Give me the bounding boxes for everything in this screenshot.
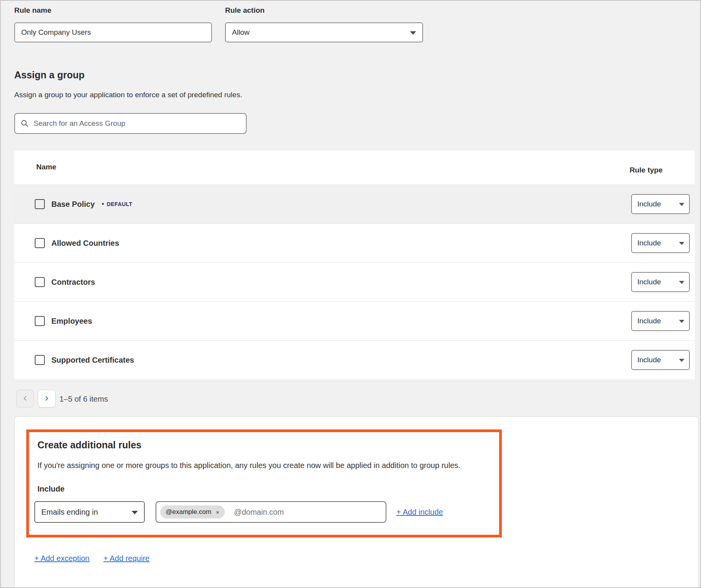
row-checkbox[interactable] bbox=[35, 199, 45, 209]
add-exception-link[interactable]: + Add exception bbox=[34, 554, 90, 563]
table-row: Supported Certificates Include bbox=[14, 340, 695, 379]
rule-type-value: Include bbox=[637, 239, 661, 247]
additional-rules-card: Create additional rules If you're assign… bbox=[14, 416, 699, 588]
column-header-name: Name bbox=[36, 163, 56, 171]
table-body: Base Policy • DEFAULT Include Allowed Co… bbox=[14, 184, 695, 379]
footer-links: + Add exception + Add require bbox=[34, 554, 149, 563]
group-table: Name Rule type Base Policy • DEFAULT Inc… bbox=[14, 150, 695, 379]
rule-name-input[interactable] bbox=[14, 22, 212, 42]
assign-group-description: Assign a group to your application to en… bbox=[14, 91, 242, 99]
pagination-next-button[interactable]: › bbox=[38, 390, 56, 407]
rule-action-select[interactable]: Allow bbox=[225, 22, 423, 42]
access-group-search-input[interactable] bbox=[34, 119, 240, 128]
match-type-select[interactable]: Emails ending in bbox=[34, 501, 145, 523]
pagination-prev-button[interactable]: ‹ bbox=[16, 390, 34, 407]
table-row: Employees Include bbox=[14, 301, 695, 340]
access-group-search[interactable] bbox=[14, 113, 247, 134]
create-additional-rules-heading: Create additional rules bbox=[37, 439, 142, 451]
row-checkbox[interactable] bbox=[35, 355, 45, 365]
assign-group-heading: Assign a group bbox=[14, 69, 85, 81]
rule-action-label: Rule action bbox=[225, 6, 264, 15]
row-name: Supported Certificates bbox=[51, 356, 134, 365]
badge-label: DEFAULT bbox=[107, 201, 132, 207]
row-name: Base Policy bbox=[51, 200, 95, 209]
table-row: Base Policy • DEFAULT Include bbox=[14, 184, 695, 223]
email-tag-value: @example.com bbox=[166, 508, 211, 516]
row-checkbox[interactable] bbox=[35, 316, 45, 326]
chevron-down-icon bbox=[679, 203, 684, 206]
row-checkbox[interactable] bbox=[35, 277, 45, 287]
chevron-right-icon: › bbox=[45, 392, 48, 403]
chevron-down-icon bbox=[410, 31, 416, 35]
row-name: Employees bbox=[51, 317, 92, 326]
table-row: Allowed Countries Include bbox=[14, 223, 695, 262]
rule-type-value: Include bbox=[637, 200, 661, 208]
email-tag-input[interactable]: @example.com × @domain.com bbox=[156, 501, 386, 523]
rule-type-select[interactable]: Include bbox=[631, 311, 690, 331]
rule-type-value: Include bbox=[637, 356, 661, 364]
rule-type-value: Include bbox=[637, 317, 661, 325]
highlight-box: Create additional rules If you're assign… bbox=[26, 429, 502, 537]
chevron-down-icon bbox=[679, 359, 684, 362]
match-type-value: Emails ending in bbox=[41, 508, 98, 517]
row-name: Contractors bbox=[51, 278, 95, 287]
additional-rules-description: If you're assigning one or more groups t… bbox=[37, 461, 461, 470]
include-label: Include bbox=[37, 485, 64, 493]
rule-type-select[interactable]: Include bbox=[631, 194, 690, 214]
table-row: Contractors Include bbox=[14, 262, 695, 301]
email-tag-chip: @example.com × bbox=[160, 505, 225, 519]
row-checkbox[interactable] bbox=[35, 238, 45, 248]
access-rule-page: Rule name Rule action Allow Assign a gro… bbox=[0, 0, 701, 588]
chip-remove-icon[interactable]: × bbox=[216, 509, 219, 515]
include-rule-controls: Emails ending in @example.com × @domain.… bbox=[34, 501, 443, 523]
rule-type-value: Include bbox=[637, 278, 661, 286]
badge-dot-icon: • bbox=[102, 201, 104, 208]
chevron-down-icon bbox=[679, 281, 684, 284]
row-name: Allowed Countries bbox=[51, 239, 119, 248]
search-icon bbox=[20, 119, 29, 128]
table-header: Name Rule type bbox=[14, 150, 695, 184]
email-input-placeholder: @domain.com bbox=[234, 508, 284, 517]
chevron-down-icon bbox=[132, 511, 138, 514]
column-header-rule-type: Rule type bbox=[630, 166, 663, 174]
rule-action-value: Allow bbox=[232, 28, 249, 37]
rule-type-select[interactable]: Include bbox=[631, 272, 690, 292]
rule-type-select[interactable]: Include bbox=[631, 350, 690, 370]
default-badge: • DEFAULT bbox=[102, 201, 132, 208]
chevron-left-icon: ‹ bbox=[23, 392, 27, 403]
chevron-down-icon bbox=[679, 320, 684, 323]
add-require-link[interactable]: + Add require bbox=[103, 554, 150, 563]
pagination-summary: 1–5 of 6 items bbox=[59, 395, 108, 404]
rule-name-label: Rule name bbox=[14, 6, 51, 15]
rule-type-select[interactable]: Include bbox=[631, 233, 690, 253]
add-include-link[interactable]: + Add include bbox=[396, 508, 443, 517]
chevron-down-icon bbox=[679, 242, 684, 245]
